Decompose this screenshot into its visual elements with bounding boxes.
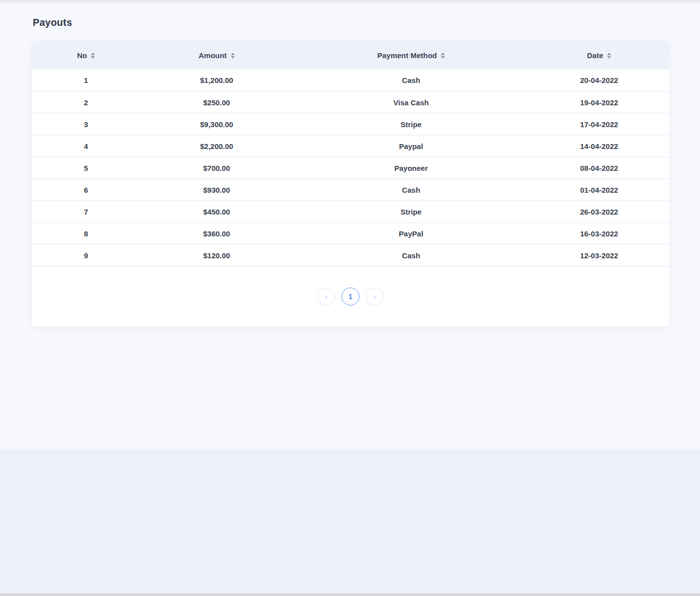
cell-date: 16-03-2022 bbox=[529, 223, 670, 244]
payouts-card: No Amount Payment Method Date 1 $1,200.0… bbox=[32, 41, 669, 327]
cell-payment-method: PayPal bbox=[293, 223, 529, 244]
table-row: 8 $360.00 PayPal 16-03-2022 bbox=[32, 223, 669, 244]
table-row: 2 $250.00 Visa Cash 19-04-2022 bbox=[32, 91, 669, 113]
cell-payment-method: Visa Cash bbox=[293, 91, 529, 113]
column-header-amount[interactable]: Amount bbox=[140, 41, 293, 70]
page-1-button[interactable]: 1 bbox=[342, 288, 359, 305]
cell-date: 20-04-2022 bbox=[529, 70, 670, 91]
cell-payment-method: Payoneer bbox=[293, 157, 529, 179]
cell-date: 12-03-2022 bbox=[529, 244, 670, 266]
cell-no: 5 bbox=[32, 157, 140, 179]
column-label: Amount bbox=[199, 51, 227, 60]
footer-band bbox=[0, 449, 700, 594]
sort-icon bbox=[441, 53, 445, 59]
cell-payment-method: Cash bbox=[293, 244, 529, 266]
table-header-row: No Amount Payment Method Date bbox=[32, 41, 669, 70]
cell-amount: $450.00 bbox=[140, 201, 293, 223]
column-header-payment-method[interactable]: Payment Method bbox=[293, 41, 529, 70]
cell-amount: $250.00 bbox=[140, 91, 293, 113]
table-row: 4 $2,200.00 Paypal 14-04-2022 bbox=[32, 135, 669, 157]
cell-payment-method: Paypal bbox=[293, 135, 529, 157]
table-row: 1 $1,200.00 Cash 20-04-2022 bbox=[32, 70, 669, 91]
cell-amount: $1,200.00 bbox=[140, 70, 293, 91]
table-row: 7 $450.00 Stripe 26-03-2022 bbox=[32, 201, 669, 223]
cell-no: 4 bbox=[32, 135, 140, 157]
cell-date: 19-04-2022 bbox=[529, 91, 670, 113]
cell-date: 08-04-2022 bbox=[529, 157, 670, 179]
cell-payment-method: Stripe bbox=[293, 201, 529, 223]
table-row: 5 $700.00 Payoneer 08-04-2022 bbox=[32, 157, 669, 179]
column-label: No bbox=[77, 51, 87, 60]
table-row: 6 $930.00 Cash 01-04-2022 bbox=[32, 179, 669, 201]
previous-page-button[interactable]: ‹ bbox=[317, 288, 335, 305]
cell-no: 1 bbox=[32, 70, 140, 91]
cell-no: 2 bbox=[32, 91, 140, 113]
column-header-date[interactable]: Date bbox=[529, 41, 670, 70]
sort-icon bbox=[91, 53, 95, 59]
pagination: ‹ 1 › bbox=[32, 288, 669, 305]
sort-icon bbox=[231, 53, 235, 59]
cell-date: 14-04-2022 bbox=[529, 135, 670, 157]
cell-amount: $2,200.00 bbox=[140, 135, 293, 157]
cell-no: 6 bbox=[32, 179, 140, 201]
table-row: 3 $9,300.00 Stripe 17-04-2022 bbox=[32, 113, 669, 135]
cell-amount: $930.00 bbox=[140, 179, 293, 201]
window-top-edge bbox=[0, 0, 700, 4]
cell-no: 3 bbox=[32, 113, 140, 135]
sort-icon bbox=[607, 53, 611, 59]
cell-date: 01-04-2022 bbox=[529, 179, 670, 201]
cell-date: 26-03-2022 bbox=[529, 201, 670, 223]
payouts-table: No Amount Payment Method Date 1 $1,200.0… bbox=[32, 41, 669, 267]
payouts-section: Payouts No Amount Payment Method bbox=[32, 4, 669, 327]
cell-payment-method: Cash bbox=[293, 70, 529, 91]
cell-payment-method: Cash bbox=[293, 179, 529, 201]
cell-amount: $700.00 bbox=[140, 157, 293, 179]
column-label: Date bbox=[587, 51, 603, 60]
table-row: 9 $120.00 Cash 12-03-2022 bbox=[32, 244, 669, 266]
column-label: Payment Method bbox=[377, 51, 437, 60]
window-bottom-edge bbox=[0, 594, 700, 596]
column-header-no[interactable]: No bbox=[32, 41, 140, 70]
cell-no: 8 bbox=[32, 223, 140, 244]
page-title: Payouts bbox=[33, 17, 669, 28]
cell-amount: $360.00 bbox=[140, 223, 293, 244]
cell-no: 9 bbox=[32, 244, 140, 266]
cell-amount: $9,300.00 bbox=[140, 113, 293, 135]
cell-no: 7 bbox=[32, 201, 140, 223]
cell-payment-method: Stripe bbox=[293, 113, 529, 135]
cell-date: 17-04-2022 bbox=[529, 113, 670, 135]
cell-amount: $120.00 bbox=[140, 244, 293, 266]
next-page-button[interactable]: › bbox=[366, 288, 384, 305]
